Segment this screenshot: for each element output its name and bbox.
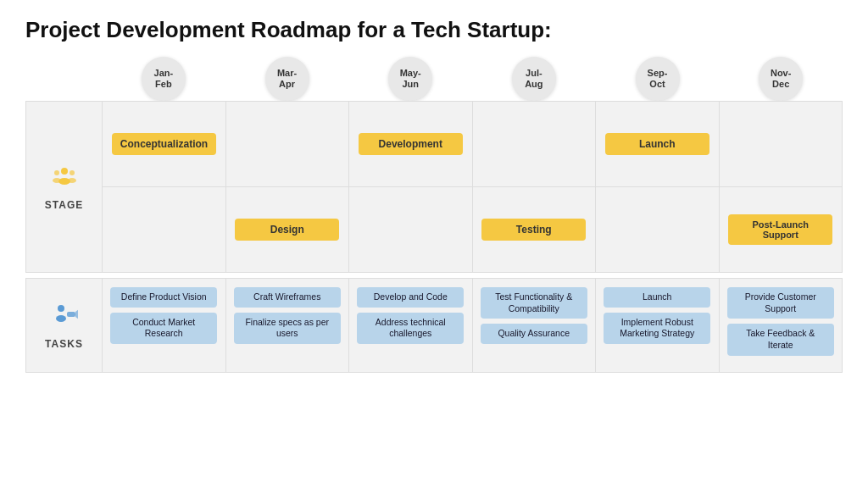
stage-col-2-bot: [349, 187, 473, 272]
task-finalize-specs: Finalize specs as per users: [234, 313, 341, 344]
roadmap: Jan-Feb Mar-Apr May-Jun Jul-Aug Sep-Oct …: [25, 57, 843, 378]
stage-col-1-top: [226, 102, 350, 186]
time-bubble-2: May-Jun: [388, 57, 432, 101]
stage-col-3-bot: Testing: [473, 187, 597, 272]
stage-launch: Launch: [605, 133, 709, 155]
tasks-icon: [51, 302, 78, 335]
stage-col-0-bot: [103, 187, 226, 272]
tasks-label: TASKS: [26, 279, 103, 372]
svg-point-4: [70, 170, 75, 175]
task-customer-support: Provide Customer Support: [727, 287, 834, 319]
tasks-content: Define Product Vision Conduct Market Res…: [103, 279, 842, 372]
task-develop-code: Develop and Code: [357, 287, 464, 308]
tasks-col-0: Define Product Vision Conduct Market Res…: [103, 279, 226, 372]
task-marketing-strategy: Implement Robust Marketing Strategy: [604, 313, 710, 344]
stage-label: STAGE: [26, 102, 103, 272]
svg-point-3: [53, 178, 61, 183]
task-quality-assurance: Quality Assurance: [481, 324, 587, 344]
task-market-research: Conduct Market Research: [110, 313, 217, 344]
stage-col-4-top: Launch: [596, 102, 720, 186]
stage-design: Design: [235, 219, 339, 241]
svg-point-2: [54, 170, 59, 175]
stage-col-0-top: Conceptualization: [103, 102, 226, 186]
tasks-col-4: Launch Implement Robust Marketing Strate…: [596, 279, 720, 372]
stage-col-5-bot: Post-LaunchSupport: [720, 187, 843, 272]
tasks-label-text: TASKS: [45, 338, 83, 350]
svg-marker-9: [75, 309, 78, 319]
svg-rect-8: [67, 312, 75, 317]
time-col-1: Mar-Apr: [225, 57, 349, 101]
stage-post-launch: Post-LaunchSupport: [728, 214, 832, 245]
stage-icon: [51, 163, 78, 196]
stage-col-1-bot: Design: [226, 187, 350, 272]
svg-point-0: [61, 168, 68, 175]
tasks-col-1: Craft Wireframes Finalize specs as per u…: [226, 279, 350, 372]
time-col-5: Nov-Dec: [719, 57, 843, 101]
time-col-3: Jul-Aug: [472, 57, 596, 101]
stage-content: Conceptualization Development Launch Des…: [103, 102, 842, 272]
time-col-4: Sep-Oct: [596, 57, 720, 101]
svg-point-7: [56, 315, 66, 322]
task-test-functionality: Test Functionality & Compatibility: [481, 287, 587, 319]
stage-row: STAGE Conceptualization Development Laun…: [25, 101, 843, 273]
task-launch: Launch: [604, 287, 710, 308]
time-bubble-1: Mar-Apr: [265, 57, 309, 101]
tasks-col-3: Test Functionality & Compatibility Quali…: [473, 279, 597, 372]
task-define-product: Define Product Vision: [110, 287, 217, 308]
task-craft-wireframes: Craft Wireframes: [234, 287, 341, 308]
time-bubble-4: Sep-Oct: [636, 57, 680, 101]
time-bubble-3: Jul-Aug: [512, 57, 556, 101]
stage-label-text: STAGE: [45, 199, 83, 211]
time-bubble-0: Jan-Feb: [142, 57, 186, 101]
tasks-col-2: Develop and Code Address technical chall…: [349, 279, 473, 372]
svg-point-5: [68, 178, 76, 183]
tasks-col-5: Provide Customer Support Take Feedback &…: [720, 279, 843, 372]
page-title: Project Development Roadmap for a Tech S…: [25, 17, 843, 43]
task-take-feedback: Take Feedback & Iterate: [727, 324, 834, 355]
stage-testing: Testing: [481, 219, 586, 241]
time-bubble-5: Nov-Dec: [759, 57, 803, 101]
stage-col-2-top: Development: [349, 102, 473, 186]
time-col-2: May-Jun: [348, 57, 472, 101]
stage-col-5-top: [720, 102, 843, 186]
stage-col-4-bot: [596, 187, 720, 272]
stage-conceptualization: Conceptualization: [112, 133, 216, 155]
svg-point-6: [58, 305, 64, 312]
time-col-0: Jan-Feb: [102, 57, 225, 101]
timeline-header: Jan-Feb Mar-Apr May-Jun Jul-Aug Sep-Oct …: [102, 57, 843, 101]
stage-col-3-top: [473, 102, 597, 186]
stage-development: Development: [359, 133, 463, 155]
task-address-technical: Address technical challenges: [357, 313, 464, 344]
tasks-row: TASKS Define Product Vision Conduct Mark…: [25, 278, 843, 373]
